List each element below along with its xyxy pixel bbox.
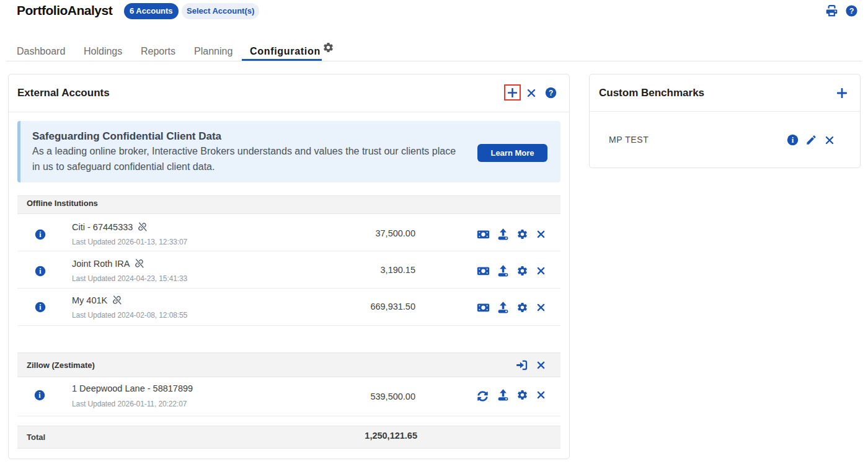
svg-text:?: ? <box>549 89 553 97</box>
svg-text:?: ? <box>849 7 854 16</box>
